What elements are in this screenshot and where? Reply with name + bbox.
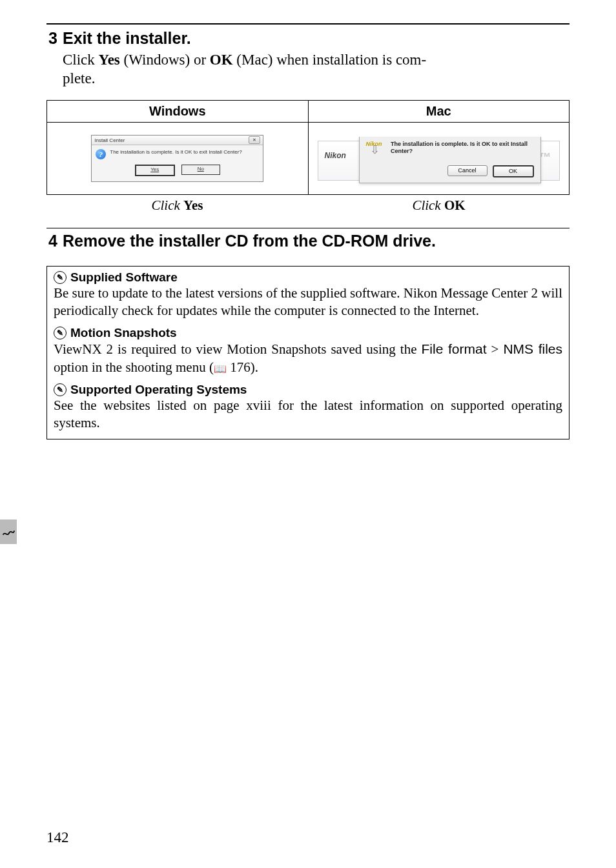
side-tab-connect <box>0 520 17 544</box>
windows-dialog: Install Center ✕ ? The installation is c… <box>91 135 263 182</box>
win-dialog-message: The installation is complete. Is it OK t… <box>110 149 242 155</box>
windows-caption: Click Yes <box>46 195 308 220</box>
squiggle-icon <box>2 525 15 538</box>
step3-title: Exit the installer. <box>63 30 191 48</box>
pencil-icon: ✎ <box>54 383 67 396</box>
download-arrow-icon: ⇩ <box>370 145 380 154</box>
pencil-icon: ✎ <box>54 271 67 284</box>
mac-dialog: Nikon IX 2™ Install Nikon ⇩ The installa… <box>314 137 564 181</box>
yes-button[interactable]: Yes <box>135 165 175 176</box>
note-box: ✎ Supplied Software Be sure to update to… <box>46 266 570 439</box>
note-text-os: See the websites listed on page xviii fo… <box>54 397 562 432</box>
os-table: Windows Mac Install Center ✕ ? The insta… <box>46 100 570 195</box>
note-title-supplied: Supplied Software <box>70 270 178 285</box>
ok-button[interactable]: OK <box>493 165 534 177</box>
mac-bg-brand: Nikon <box>325 151 346 160</box>
step4-number: 4 <box>46 232 57 249</box>
note-text-supplied: Be sure to update to the latest versions… <box>54 285 562 320</box>
note-title-motion: Motion Snapshots <box>70 326 177 340</box>
mac-dialog-message: The installation is complete. Is it OK t… <box>391 141 533 155</box>
page-number: 142 <box>46 829 69 846</box>
cancel-button[interactable]: Cancel <box>447 165 488 176</box>
win-dialog-title: Install Center <box>94 137 125 143</box>
step4-title: Remove the installer CD from the CD-ROM … <box>63 232 436 250</box>
note-title-os: Supported Operating Systems <box>70 383 247 397</box>
step3-body: Click Yes (Windows) or OK (Mac) when ins… <box>63 50 570 89</box>
os-header-mac: Mac <box>308 101 570 123</box>
mac-caption: Click OK <box>308 195 570 220</box>
no-button[interactable]: No <box>181 165 220 175</box>
os-header-windows: Windows <box>47 101 309 123</box>
pencil-icon: ✎ <box>54 327 67 339</box>
book-icon: 📖 <box>214 363 227 376</box>
step3-number: 3 <box>46 30 57 46</box>
question-icon: ? <box>96 149 106 159</box>
note-text-motion: ViewNX 2 is required to view Motion Snap… <box>54 340 562 376</box>
close-icon[interactable]: ✕ <box>249 136 260 144</box>
